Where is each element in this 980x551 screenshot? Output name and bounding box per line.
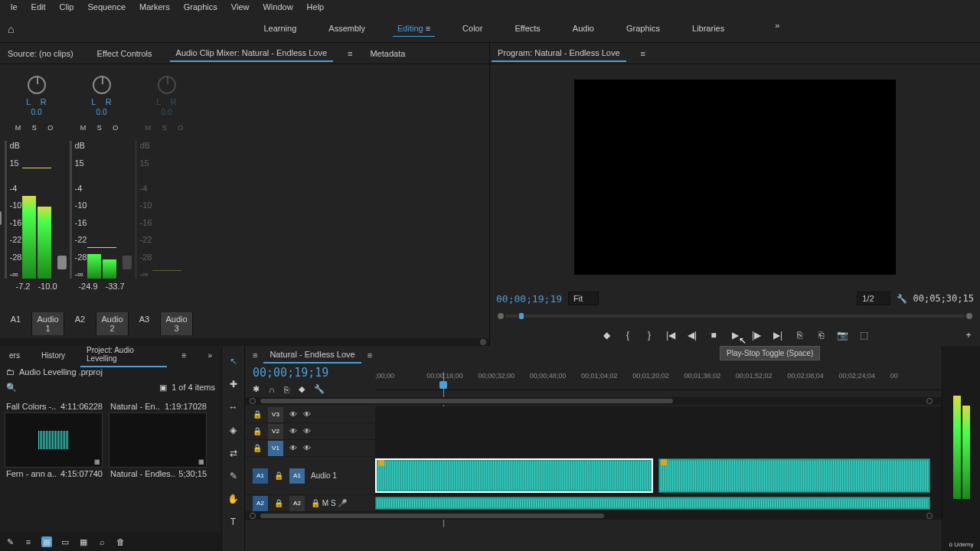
menu-graphics[interactable]: Graphics: [177, 0, 224, 15]
pan-knob[interactable]: [158, 76, 176, 94]
audio-clip[interactable]: [658, 458, 930, 493]
timeline-tool-icon[interactable]: ◆: [299, 384, 305, 394]
workspace-assembly[interactable]: Assembly: [324, 21, 370, 37]
project-view-icon[interactable]: ✎: [5, 536, 15, 547]
project-view-icon[interactable]: ≡: [23, 536, 34, 547]
timeline-tool-icon[interactable]: 🔧: [314, 384, 325, 394]
project-view-icon[interactable]: 🗑: [115, 536, 126, 547]
track-header[interactable]: 🔒 V2 👁 👁: [245, 423, 375, 439]
menu-view[interactable]: View: [224, 0, 256, 15]
timeline-timecode[interactable]: 00;00;19;19: [245, 364, 375, 381]
pan-value[interactable]: 0.0: [31, 108, 42, 116]
panel-menu-icon[interactable]: ≡: [368, 350, 372, 360]
project-view-icon[interactable]: ▦: [41, 536, 52, 547]
project-tab[interactable]: History: [35, 348, 71, 363]
fader-handle[interactable]: [122, 256, 132, 269]
tab-effect-controls[interactable]: Effect Controls: [91, 46, 158, 61]
marker-icon[interactable]: ◆: [601, 330, 612, 341]
timecode-in[interactable]: 00;00;19;19: [496, 293, 562, 305]
scrub-playhead[interactable]: [519, 313, 524, 319]
home-icon[interactable]: ⌂: [8, 23, 14, 35]
audio-clip[interactable]: [375, 497, 930, 510]
mute-solo-buttons[interactable]: M S O: [80, 124, 123, 132]
ripple-tool[interactable]: ↔: [226, 399, 241, 415]
panel-scrollbar-h[interactable]: [0, 338, 489, 346]
source-patch[interactable]: A1: [253, 468, 268, 484]
tab-audio-clip-mixer-natural-endless-love[interactable]: Audio Clip Mixer: Natural - Endless Love: [170, 45, 333, 62]
track-lane[interactable]: [375, 495, 942, 511]
mute-solo-buttons[interactable]: M S O: [15, 124, 58, 132]
goto-in-icon[interactable]: |◀: [665, 330, 676, 341]
source-patch[interactable]: A2: [253, 496, 268, 511]
track-header[interactable]: 🔒 V1 👁 👁: [245, 440, 375, 456]
extract-icon[interactable]: ⎗: [815, 330, 826, 341]
menu-sequence[interactable]: Sequence: [80, 0, 132, 15]
pen-tool[interactable]: ✎: [226, 468, 241, 484]
lock-icon[interactable]: 🔒: [253, 410, 262, 419]
step-back-icon[interactable]: ◀|: [687, 330, 697, 341]
add-button-icon[interactable]: +: [963, 330, 974, 341]
track-label[interactable]: Audio 3: [161, 312, 193, 335]
program-scrubber[interactable]: [490, 308, 980, 324]
track-label[interactable]: A3: [129, 312, 161, 335]
comparison-icon[interactable]: ⬚: [858, 330, 869, 341]
track-header[interactable]: 🔒 V3 👁 👁: [245, 406, 375, 422]
workspace-effects[interactable]: Effects: [510, 21, 544, 37]
workspace-editing[interactable]: Editing ≡: [393, 21, 435, 37]
hand-tool[interactable]: ✋: [226, 491, 241, 507]
eye-icon[interactable]: 👁: [303, 444, 311, 452]
fader-handle[interactable]: [57, 256, 67, 269]
search-icon[interactable]: 🔍: [6, 383, 17, 393]
tab-source-no-clips-[interactable]: Source: (no clips): [2, 46, 80, 61]
new-bin-icon[interactable]: ▣: [159, 383, 167, 392]
project-view-icon[interactable]: ▭: [60, 536, 70, 547]
razor-tool[interactable]: ◈: [226, 422, 241, 438]
track-target[interactable]: A1: [289, 468, 305, 484]
pan-value[interactable]: 0.0: [96, 108, 107, 116]
timeline-tool-icon[interactable]: ⎘: [284, 385, 289, 394]
type-tool[interactable]: T: [226, 514, 241, 530]
eye-icon[interactable]: 👁: [303, 427, 311, 435]
play-stop-icon[interactable]: ■: [708, 330, 719, 341]
resolution-dropdown[interactable]: 1/2: [857, 292, 890, 305]
toggle-output-icon[interactable]: 👁: [289, 410, 297, 419]
pan-value[interactable]: 0.0: [162, 108, 172, 116]
track-label[interactable]: Audio 1: [32, 312, 64, 335]
tab-metadata[interactable]: Metadata: [364, 46, 411, 61]
menu-edit[interactable]: Edit: [24, 0, 53, 15]
lock-icon[interactable]: 🔒: [253, 444, 262, 452]
step-fwd-icon[interactable]: |▶: [751, 330, 762, 341]
track-target[interactable]: V3: [268, 407, 283, 422]
lock-icon[interactable]: 🔒: [274, 499, 283, 507]
export-frame-icon[interactable]: 📷: [837, 330, 848, 341]
lock-icon[interactable]: 🔒: [253, 427, 262, 435]
track-lane[interactable]: [375, 406, 942, 422]
menu-le[interactable]: le: [4, 0, 24, 15]
timeline-tool-icon[interactable]: ✱: [253, 384, 260, 394]
eye-icon[interactable]: 👁: [303, 410, 311, 419]
zoom-fit-dropdown[interactable]: Fit: [568, 292, 599, 305]
menu-clip[interactable]: Clip: [53, 0, 81, 15]
track-lane[interactable]: [375, 440, 942, 456]
project-tab[interactable]: ≡: [176, 348, 193, 363]
workspace-audio[interactable]: Audio: [568, 21, 599, 37]
goto-out-icon[interactable]: ▶|: [773, 330, 783, 341]
workspace-libraries[interactable]: Libraries: [688, 21, 729, 37]
toggle-output-icon[interactable]: 👁: [289, 444, 297, 452]
project-view-icon[interactable]: ⌕: [96, 536, 107, 547]
track-target[interactable]: V1: [268, 441, 283, 456]
track-lane[interactable]: [375, 423, 942, 439]
panel-menu-icon[interactable]: ≡: [348, 49, 352, 58]
menu-markers[interactable]: Markers: [132, 0, 177, 15]
timeline-tool-icon[interactable]: ∩: [269, 385, 275, 394]
panel-menu-icon[interactable]: ≡: [641, 49, 645, 58]
pan-knob[interactable]: [28, 76, 46, 94]
selection-tool[interactable]: ↖: [226, 354, 241, 369]
track-target[interactable]: V2: [268, 424, 283, 439]
play-icon[interactable]: ▶: [730, 330, 740, 341]
track-target[interactable]: A2: [289, 496, 305, 511]
track-header[interactable]: A2 🔒 A2 🔒 M S 🎤: [245, 495, 375, 511]
fader-handle[interactable]: [0, 211, 2, 225]
fader-track[interactable]: [5, 141, 7, 279]
fader-track[interactable]: [135, 141, 137, 279]
